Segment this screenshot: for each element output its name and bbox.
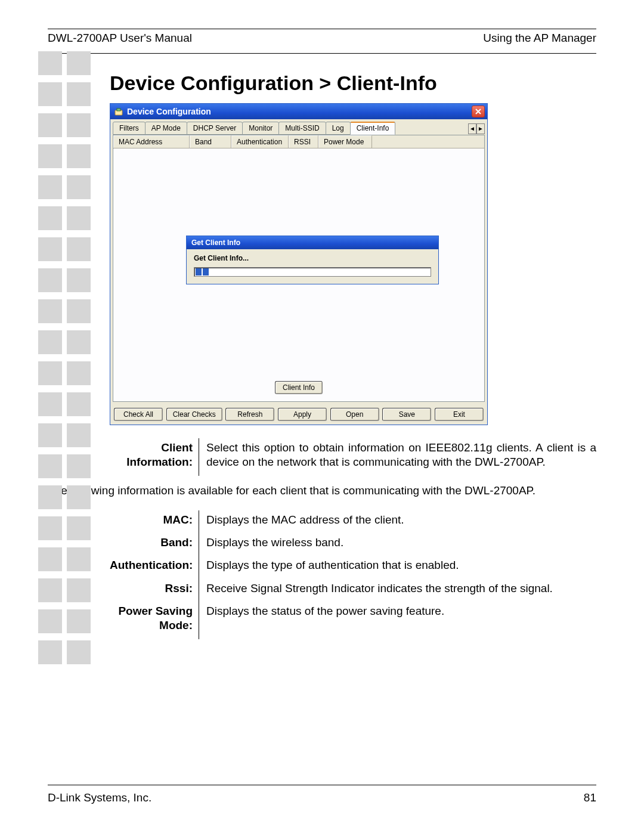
mini-body-label: Get Client Info... — [194, 254, 431, 262]
label-client-information: Client Information: — [110, 438, 199, 476]
label-band: Band: — [110, 533, 199, 556]
decorative-squares — [38, 51, 95, 671]
apply-button[interactable]: Apply — [278, 408, 327, 421]
progress-bar — [194, 267, 431, 277]
open-button[interactable]: Open — [330, 408, 379, 421]
exit-button[interactable]: Exit — [435, 408, 484, 421]
tab-log[interactable]: Log — [326, 122, 351, 135]
window-titlebar[interactable]: Device Configuration — [110, 104, 487, 119]
label-rssi: Rssi: — [110, 579, 199, 602]
tab-scroll-left-icon[interactable]: ◄ — [468, 123, 476, 134]
col-power[interactable]: Power Mode — [318, 135, 372, 148]
tab-ap-mode[interactable]: AP Mode — [145, 122, 187, 135]
header-left: DWL-2700AP User's Manual — [48, 32, 192, 45]
window-title: Device Configuration — [127, 107, 472, 116]
bottom-button-bar: Check All Clear Checks Refresh Apply Ope… — [110, 404, 487, 425]
tab-monitor[interactable]: Monitor — [242, 122, 279, 135]
label-authentication: Authentication: — [110, 556, 199, 578]
text-mac: Displays the MAC address of the client. — [199, 510, 596, 533]
svg-rect-1 — [117, 109, 120, 111]
check-all-button[interactable]: Check All — [114, 408, 163, 421]
text-client-information: Select this option to obtain information… — [199, 438, 596, 476]
tab-bar: Filters AP Mode DHCP Server Monitor Mult… — [110, 119, 487, 135]
refresh-button[interactable]: Refresh — [225, 408, 274, 421]
tab-scroll-right-icon[interactable]: ► — [476, 123, 485, 134]
col-auth[interactable]: Authentication — [231, 135, 289, 148]
mini-window-title[interactable]: Get Client Info — [187, 236, 438, 249]
clear-checks-button[interactable]: Clear Checks — [166, 408, 222, 421]
text-authentication: Displays the type of authentication that… — [199, 556, 596, 578]
header-right: Using the AP Manager — [483, 32, 596, 45]
window-icon — [114, 107, 123, 116]
footer-left: D-Link Systems, Inc. — [48, 791, 151, 804]
tab-dhcp-server[interactable]: DHCP Server — [187, 122, 243, 135]
text-power-saving: Displays the status of the power saving … — [199, 602, 596, 624]
label-power-saving: Power Saving Mode: — [110, 602, 199, 639]
tab-multi-ssid[interactable]: Multi-SSID — [278, 122, 326, 135]
get-client-info-dialog: Get Client Info Get Client Info... — [186, 236, 439, 284]
col-band[interactable]: Band — [190, 135, 231, 148]
intro-paragraph: The following information is available f… — [48, 484, 596, 497]
col-rssi[interactable]: RSSI — [289, 135, 318, 148]
client-info-panel: MAC Address Band Authentication RSSI Pow… — [113, 135, 485, 402]
tab-client-info[interactable]: Client-Info — [350, 122, 396, 135]
label-mac: MAC: — [110, 510, 199, 533]
close-icon[interactable] — [472, 106, 485, 117]
text-rssi: Receive Signal Strength Indicator indica… — [199, 579, 596, 602]
tab-filters[interactable]: Filters — [113, 122, 145, 135]
text-band: Displays the wireless band. — [199, 533, 596, 556]
client-info-button[interactable]: Client Info — [275, 381, 323, 394]
footer-right: 81 — [584, 791, 596, 804]
col-mac[interactable]: MAC Address — [113, 135, 190, 148]
column-headers: MAC Address Band Authentication RSSI Pow… — [113, 135, 484, 148]
save-button[interactable]: Save — [382, 408, 431, 421]
section-title: Device Configuration > Client-Info — [110, 72, 596, 95]
device-config-window: Device Configuration Filters AP Mode DHC… — [110, 103, 488, 425]
